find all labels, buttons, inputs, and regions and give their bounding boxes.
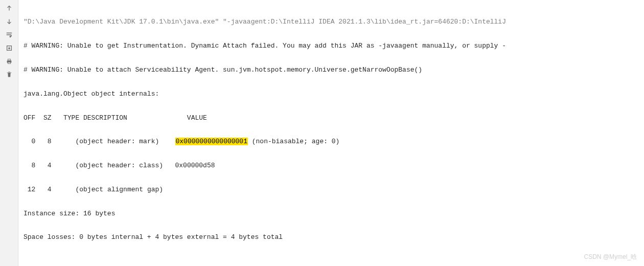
table-row: 12 4 (object alignment gap) (24, 184, 639, 195)
warning-line: # WARNING: Unable to attach Serviceabili… (24, 64, 639, 76)
print-icon[interactable] (5, 57, 13, 65)
svg-rect-2 (8, 62, 10, 64)
instance-size: Instance size: 16 bytes (24, 208, 639, 219)
space-losses: Space losses: 0 bytes internal + 4 bytes… (24, 231, 639, 243)
highlighted-value: 0x0000000000000001 (175, 138, 248, 145)
soft-wrap-icon[interactable] (5, 31, 13, 39)
command-line: "D:\Java Development Kit\JDK 17.0.1\bin\… (24, 16, 639, 28)
console-output[interactable]: "D:\Java Development Kit\JDK 17.0.1\bin\… (18, 0, 644, 266)
trash-icon[interactable] (5, 71, 13, 79)
arrow-down-icon[interactable] (5, 17, 13, 26)
table-row: 8 4 (object header: class) 0x00000d58 (24, 160, 639, 171)
arrow-up-icon[interactable] (5, 4, 13, 12)
svg-rect-1 (8, 59, 10, 61)
warning-line: # WARNING: Unable to get Instrumentation… (24, 40, 639, 52)
table-row: 0 8 (object header: mark) 0x000000000000… (24, 136, 639, 147)
console-gutter (0, 0, 18, 266)
internals-title: java.lang.Object object internals: (24, 88, 639, 100)
table-header: OFF SZ TYPE DESCRIPTION VALUE (24, 112, 639, 124)
scroll-to-end-icon[interactable] (5, 44, 13, 52)
